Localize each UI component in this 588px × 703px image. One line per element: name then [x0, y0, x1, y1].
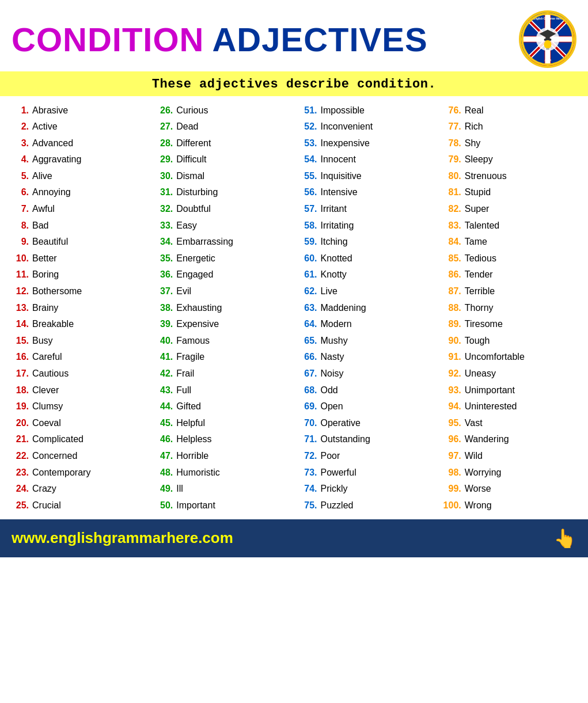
word-label: Knotted [321, 252, 352, 265]
word-label: Open [321, 400, 343, 413]
word-label: Noisy [321, 367, 344, 380]
list-item: 38.Exhausting [153, 299, 290, 316]
word-label: Terrible [465, 285, 495, 298]
word-label: Advanced [32, 137, 73, 150]
list-item: 50.Important [153, 497, 290, 514]
word-number: 80. [442, 170, 461, 183]
word-label: Doubtful [176, 203, 211, 215]
word-label: Helpless [176, 433, 211, 446]
word-number: 38. [153, 302, 173, 314]
list-item: 53.Inexpensive [298, 135, 435, 151]
word-number: 6. [9, 186, 29, 199]
word-label: Better [32, 252, 57, 265]
word-number: 74. [298, 482, 317, 495]
list-item: 3.Advanced [9, 135, 146, 151]
word-number: 32. [153, 203, 173, 215]
list-item: 97.Wild [442, 447, 579, 464]
word-number: 7. [9, 203, 29, 215]
word-number: 27. [153, 120, 173, 133]
list-item: 72.Poor [298, 447, 435, 464]
list-item: 78.Shy [442, 135, 579, 151]
list-item: 56.Intensive [298, 184, 435, 201]
word-number: 70. [298, 417, 317, 430]
word-label: Worse [465, 482, 491, 495]
word-label: Ill [176, 482, 183, 495]
word-number: 29. [153, 153, 173, 166]
word-label: Curious [176, 104, 208, 117]
word-label: Abrasive [32, 104, 68, 117]
word-number: 93. [442, 384, 461, 397]
word-number: 37. [153, 285, 173, 298]
logo-svg: English Grammar Here .Com [521, 11, 574, 67]
word-label: Aggravating [32, 153, 81, 166]
word-label: Helpful [176, 417, 205, 430]
columns-area: 1.Abrasive2.Active3.Advanced4.Aggravatin… [0, 96, 588, 519]
word-label: Modern [321, 318, 352, 330]
word-label: Famous [176, 335, 210, 347]
word-label: Fragile [176, 351, 204, 363]
word-number: 60. [298, 252, 317, 265]
list-item: 80.Strenuous [442, 168, 579, 184]
word-number: 86. [442, 268, 461, 281]
svg-rect-11 [545, 34, 549, 39]
column-4: 76.Real77.Rich78.Shy79.Sleepy80.Strenuou… [438, 102, 582, 514]
word-label: Alive [32, 170, 52, 183]
list-item: 71.Outstanding [298, 431, 435, 448]
word-number: 66. [298, 351, 317, 363]
word-label: Irritating [321, 219, 354, 232]
list-item: 54.Innocent [298, 151, 435, 168]
word-number: 59. [298, 235, 317, 248]
list-item: 45.Helpful [153, 415, 290, 431]
word-number: 85. [442, 252, 461, 265]
word-number: 22. [9, 450, 29, 462]
list-item: 33.Easy [153, 217, 290, 234]
list-item: 48.Humoristic [153, 464, 290, 481]
list-item: 35.Energetic [153, 250, 290, 267]
word-number: 5. [9, 170, 29, 183]
list-item: 96.Wandering [442, 431, 579, 448]
list-item: 51.Impossible [298, 102, 435, 119]
list-item: 44.Gifted [153, 398, 290, 415]
word-label: Impossible [321, 104, 365, 117]
word-label: Contemporary [32, 466, 90, 479]
list-item: 29.Difficult [153, 151, 290, 168]
word-label: Easy [176, 219, 197, 232]
list-item: 91.Uncomfortable [442, 349, 579, 366]
word-number: 33. [153, 219, 173, 232]
column-3: 51.Impossible52.Inconvenient53.Inexpensi… [294, 102, 438, 514]
word-label: Strenuous [465, 170, 507, 183]
svg-text:.Com: .Com [544, 59, 551, 62]
list-item: 41.Fragile [153, 349, 290, 366]
word-label: Boring [32, 268, 59, 281]
word-number: 47. [153, 450, 173, 462]
list-item: 75.Puzzled [298, 497, 435, 514]
word-number: 25. [9, 499, 29, 512]
word-number: 46. [153, 433, 173, 446]
word-number: 61. [298, 268, 317, 281]
list-item: 31.Disturbing [153, 184, 290, 201]
word-number: 20. [9, 417, 29, 430]
svg-text:English Grammar Here: English Grammar Here [533, 17, 562, 20]
hand-icon: 👆 [553, 527, 576, 549]
list-item: 18.Clever [9, 382, 146, 398]
word-label: Exhausting [176, 302, 222, 314]
list-item: 90.Tough [442, 332, 579, 349]
list-item: 55.Inquisitive [298, 168, 435, 184]
word-number: 43. [153, 384, 173, 397]
list-item: 63.Maddening [298, 299, 435, 316]
word-number: 65. [298, 335, 317, 347]
list-item: 8.Bad [9, 217, 146, 234]
word-number: 31. [153, 186, 173, 199]
word-label: Live [321, 285, 337, 298]
word-label: Bad [32, 219, 48, 232]
list-item: 43.Full [153, 382, 290, 398]
word-number: 98. [442, 466, 461, 479]
header: CONDITION ADJECTIVES [0, 0, 588, 68]
list-item: 86.Tender [442, 267, 579, 283]
list-item: 46.Helpless [153, 431, 290, 448]
list-item: 68.Odd [298, 382, 435, 398]
word-label: Dead [176, 120, 198, 133]
word-label: Annoying [32, 186, 71, 199]
word-number: 48. [153, 466, 173, 479]
word-label: Inconvenient [321, 120, 373, 133]
